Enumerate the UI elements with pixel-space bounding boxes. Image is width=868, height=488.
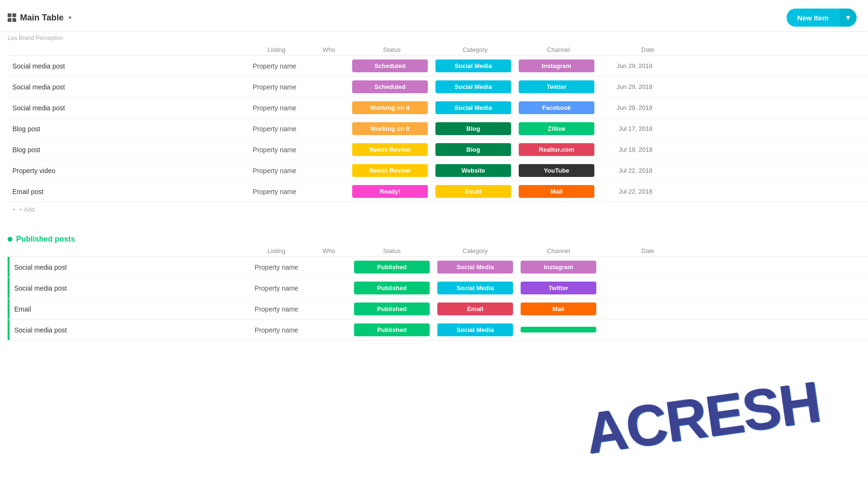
col-header-date: Date bbox=[600, 46, 662, 53]
status-badge: Working on it bbox=[352, 122, 428, 135]
section-dot-published bbox=[8, 237, 12, 242]
cell-channel: Twitter bbox=[515, 78, 598, 95]
status-badge: Published bbox=[354, 303, 430, 315]
cell-row-name: Social media post bbox=[8, 58, 244, 75]
table-row[interactable]: Email post Property name Ready! Email Ma… bbox=[8, 181, 868, 202]
cell-channel: Twitter bbox=[517, 280, 600, 296]
category-badge: Social Media bbox=[435, 80, 511, 93]
channel-badge: Facebook bbox=[519, 101, 594, 114]
pub-col-header-category: Category bbox=[434, 247, 517, 254]
cell-date: Jun 29, 2018 bbox=[598, 104, 660, 111]
pub-col-header-who: Who bbox=[307, 247, 350, 254]
cell-date: Jul 22, 2018 bbox=[598, 167, 660, 174]
table-row[interactable]: Social media post Property name Publishe… bbox=[8, 257, 868, 278]
cell-channel: Instagram bbox=[515, 58, 598, 74]
published-section: Published posts Listing Who Status Categ… bbox=[0, 231, 868, 341]
status-badge: Working on it bbox=[352, 101, 428, 114]
channel-badge: Instagram bbox=[519, 59, 594, 72]
channel-badge: YouTube bbox=[519, 164, 594, 177]
cell-status: Published bbox=[350, 301, 434, 317]
category-badge: Email bbox=[437, 303, 513, 315]
pub-col-header-date: Date bbox=[600, 247, 662, 254]
new-item-button[interactable]: New Item ▾ bbox=[787, 9, 857, 27]
channel-badge: Mail bbox=[521, 303, 596, 315]
table-row[interactable]: Email Property name Published Email Mail bbox=[8, 299, 868, 320]
cell-channel: Instagram bbox=[517, 259, 600, 275]
channel-badge bbox=[521, 327, 596, 332]
cell-category: Social Media bbox=[434, 322, 517, 338]
cell-status: Published bbox=[350, 259, 434, 275]
channel-badge: Zillow bbox=[519, 122, 594, 135]
cell-channel: YouTube bbox=[515, 162, 598, 179]
table-row[interactable]: Social media post Property name Schedule… bbox=[8, 56, 868, 77]
cell-listing: Property name bbox=[244, 125, 306, 133]
table-row[interactable]: Blog post Property name Working on it Bl… bbox=[8, 118, 868, 139]
status-badge: Published bbox=[354, 261, 430, 273]
cell-listing: Property name bbox=[244, 104, 306, 112]
table-row[interactable]: Social media post Property name Schedule… bbox=[8, 77, 868, 98]
cell-row-name: Property video bbox=[8, 162, 244, 179]
cell-listing: Property name bbox=[246, 264, 307, 271]
table-row[interactable]: Blog post Property name Needs Review Blo… bbox=[8, 139, 868, 160]
cell-status: Working on it bbox=[348, 120, 432, 137]
col-header-channel: Channel bbox=[517, 46, 600, 53]
cell-listing: Property name bbox=[244, 62, 306, 70]
cell-listing: Property name bbox=[246, 326, 307, 334]
page-header: Main Table ▾ New Item ▾ bbox=[0, 0, 868, 32]
cell-row-name: Social media post bbox=[8, 78, 244, 96]
status-badge: Needs Review bbox=[352, 164, 428, 177]
cell-status: Needs Review bbox=[348, 162, 432, 179]
cell-channel bbox=[517, 324, 600, 336]
cell-category: Blog bbox=[432, 141, 515, 158]
cell-listing: Property name bbox=[244, 188, 306, 195]
new-item-label[interactable]: New Item bbox=[787, 9, 839, 27]
pub-col-header-status: Status bbox=[350, 247, 434, 254]
new-item-arrow-icon[interactable]: ▾ bbox=[839, 9, 857, 27]
cell-row-name: Social media post bbox=[10, 280, 246, 297]
cell-row-name: Email bbox=[10, 301, 246, 318]
table-name-chevron[interactable]: ▾ bbox=[69, 14, 71, 21]
status-badge: Scheduled bbox=[352, 80, 428, 93]
grid-icon bbox=[8, 13, 16, 22]
cell-row-name: Social media post bbox=[10, 322, 246, 339]
category-badge: Social Media bbox=[437, 261, 513, 273]
category-badge: Website bbox=[435, 164, 511, 177]
status-badge: Ready! bbox=[352, 185, 428, 198]
published-table-rows: Social media post Property name Publishe… bbox=[0, 257, 868, 341]
status-badge: Scheduled bbox=[352, 59, 428, 72]
main-table-rows: Social media post Property name Schedule… bbox=[0, 56, 868, 202]
cell-channel: Mail bbox=[515, 183, 598, 200]
breadcrumb: Lea Brand Perception bbox=[0, 32, 868, 44]
add-row-button[interactable]: + + Add bbox=[8, 202, 868, 217]
cell-listing: Property name bbox=[244, 83, 306, 91]
cell-category: Social Media bbox=[432, 99, 515, 116]
category-badge: Social Media bbox=[435, 101, 511, 114]
table-row[interactable]: Property video Property name Needs Revie… bbox=[8, 160, 868, 181]
add-label[interactable]: + Add bbox=[19, 206, 35, 213]
category-badge: Social Media bbox=[437, 323, 513, 336]
cell-channel: Facebook bbox=[515, 99, 598, 116]
cell-date: Jul 17, 2018 bbox=[598, 125, 660, 132]
table-name-label: Main Table bbox=[20, 13, 64, 23]
cell-category: Social Media bbox=[434, 280, 517, 296]
cell-date: Jul 22, 2018 bbox=[598, 188, 660, 195]
header-left: Main Table ▾ bbox=[8, 13, 71, 23]
column-header-row: Listing Who Status Category Channel Date bbox=[8, 44, 868, 56]
cell-date: Jun 29, 2018 bbox=[598, 62, 660, 69]
col-header-status: Status bbox=[350, 46, 434, 53]
col-header-listing: Listing bbox=[246, 46, 307, 53]
table-row[interactable]: Social media post Property name Publishe… bbox=[8, 278, 868, 299]
cell-date: Jun 29, 2018 bbox=[598, 83, 660, 90]
table-row[interactable]: Social media post Property name Publishe… bbox=[8, 320, 868, 341]
table-row[interactable]: Social media post Property name Working … bbox=[8, 98, 868, 118]
status-badge: Published bbox=[354, 323, 430, 336]
cell-row-name: Social media post bbox=[10, 259, 246, 276]
category-badge: Social Media bbox=[437, 282, 513, 294]
cell-status: Published bbox=[350, 322, 434, 338]
cell-listing: Property name bbox=[246, 305, 307, 313]
cell-channel: Mail bbox=[517, 301, 600, 317]
cell-channel: Zillow bbox=[515, 120, 598, 137]
cell-row-name: Social media post bbox=[8, 99, 244, 117]
section-title-published: Published posts bbox=[16, 235, 75, 244]
cell-status: Ready! bbox=[348, 183, 432, 200]
